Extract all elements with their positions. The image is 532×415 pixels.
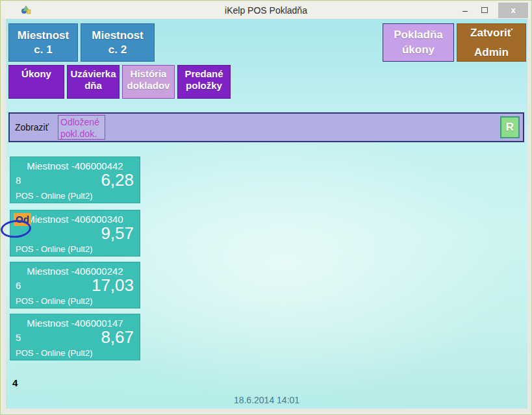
tab-historia-dokladov[interactable]: História dokladov <box>122 65 175 99</box>
zatvorit-admin-button[interactable]: Zatvoriť Admin <box>457 23 526 62</box>
filter-label: Zobraziť <box>15 114 49 141</box>
document-amount: 6,28 <box>101 171 134 188</box>
minimize-button[interactable]: – <box>455 3 475 18</box>
document-title: Miestnost -406000242 <box>10 262 140 277</box>
document-count: 5 <box>16 332 21 343</box>
window-title: iKelp POS Pokladňa <box>1 5 531 16</box>
document-amount: 17,03 <box>92 277 134 294</box>
refresh-button[interactable]: R <box>500 116 520 138</box>
document-amount: 8,67 <box>101 329 134 346</box>
maximize-button[interactable] <box>475 3 494 18</box>
document-source: POS - Online (Pult2) <box>16 191 93 201</box>
document-count: 6 <box>16 280 21 291</box>
document-card[interactable]: Miestnost -406000242 6 17,03 POS - Onlin… <box>10 262 140 308</box>
document-title: Miestnost -406000147 <box>10 314 140 329</box>
main-area: Miestnost c. 1 Miestnost c. 2 Pokladňa ú… <box>6 19 527 409</box>
deferred-badge: Od <box>14 213 31 226</box>
document-amount: 9,57 <box>101 225 134 242</box>
document-card[interactable]: Miestnost -406000442 8 6,28 POS - Online… <box>10 157 140 203</box>
app-window: iKelp POS Pokladňa – x Miestnost c. 1 Mi… <box>0 0 532 415</box>
room-2-button[interactable]: Miestnost c. 2 <box>81 23 155 62</box>
window-controls: – x <box>455 1 528 19</box>
title-bar: iKelp POS Pokladňa – x <box>1 1 531 19</box>
status-datetime: 18.6.2014 14:01 <box>6 395 527 405</box>
document-source: POS - Online (Pult2) <box>16 348 93 358</box>
room-1-button[interactable]: Miestnost c. 1 <box>8 23 78 62</box>
maximize-icon <box>481 7 488 13</box>
pokladna-ukony-button[interactable]: Pokladňa úkony <box>383 23 454 62</box>
document-source: POS - Online (Pult2) <box>16 296 93 306</box>
document-card[interactable]: Miestnost -406000147 5 8,67 POS - Online… <box>10 314 140 360</box>
document-card[interactable]: Od Miestnost -406000340 9,57 POS - Onlin… <box>10 210 140 257</box>
deferred-documents-button[interactable]: Odložené pokl.dok. <box>58 115 105 140</box>
tab-predane-polozky[interactable]: Predané položky <box>177 65 231 99</box>
document-count: 8 <box>16 175 21 186</box>
filter-bar: Zobraziť Odložené pokl.dok. R <box>8 112 524 142</box>
tab-uzavierka-dna[interactable]: Uzávierka dňa <box>67 65 120 99</box>
close-button[interactable]: x <box>498 3 528 18</box>
document-source: POS - Online (Pult2) <box>16 244 93 254</box>
tab-ukony[interactable]: Úkony <box>8 65 64 99</box>
document-title: Miestnost -406000442 <box>10 157 140 171</box>
document-count-total: 4 <box>12 377 18 388</box>
